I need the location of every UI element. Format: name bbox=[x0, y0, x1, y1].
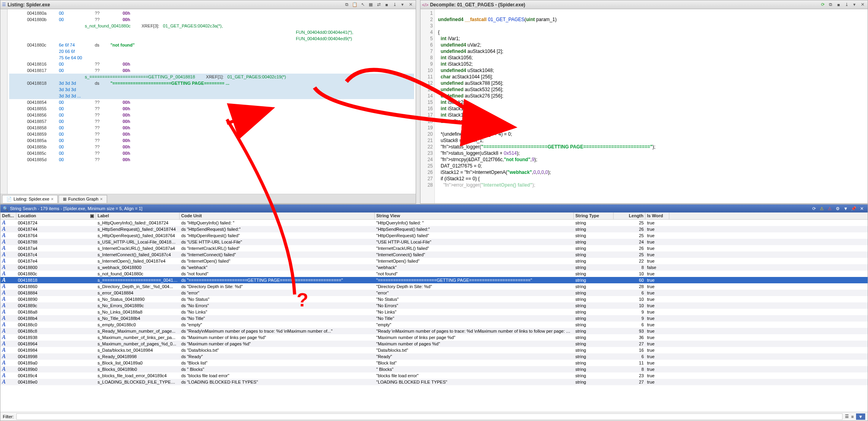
col-stringtype[interactable]: String Type bbox=[574, 212, 614, 219]
sort-icon: ▣ bbox=[90, 213, 94, 218]
tab-close-icon[interactable]: × bbox=[100, 197, 102, 201]
table-row[interactable]: A004188a8s_No_Links_004188a8ds "No Links… bbox=[0, 309, 868, 315]
settings-icon[interactable]: ⚙ bbox=[834, 205, 841, 212]
table-row[interactable]: A004188b4s_No_Title_004188b4ds "No Title… bbox=[0, 315, 868, 322]
col-isword[interactable]: Is Word bbox=[645, 212, 669, 219]
table-row[interactable]: A00418800s_webhack_00418800ds "webhack""… bbox=[0, 264, 868, 271]
col-location[interactable]: Location ▣ bbox=[16, 212, 96, 219]
col-length[interactable]: Length bbox=[614, 212, 645, 219]
listing-title: Listing: Spider.exe bbox=[8, 2, 343, 8]
paste-icon[interactable]: 📋 bbox=[351, 2, 358, 8]
decompile-code[interactable]: undefined4 __fastcall 01_GET_PAGES(uint … bbox=[435, 9, 868, 203]
col-label[interactable]: Label bbox=[96, 212, 180, 219]
decompile-icon: </> bbox=[422, 2, 428, 7]
table-row[interactable]: A004187e4s_InternetOpen()_failed_004187e… bbox=[0, 258, 868, 264]
table-row[interactable]: A00418938s_Maximum_number_of_links_per_p… bbox=[0, 334, 868, 341]
table-row[interactable]: A004189b0s_Blocks_004189b0ds " Blocks"" … bbox=[0, 366, 868, 372]
table-row[interactable]: A00418744s_HttpSendRequest()_failed:_004… bbox=[0, 226, 868, 232]
warn-icon[interactable]: ⚠ bbox=[818, 205, 825, 212]
col-codeunit[interactable]: Code Unit bbox=[180, 212, 375, 219]
refresh-icon[interactable]: ⟳ bbox=[819, 2, 826, 8]
table-row[interactable]: A00418884s_error_00418884ds "error""erro… bbox=[0, 290, 868, 296]
snapshot-icon[interactable]: ■ bbox=[383, 2, 390, 8]
pin-icon[interactable]: 📌 bbox=[850, 205, 857, 212]
tab-listing[interactable]: 📄 Listing: Spider.exe × bbox=[2, 195, 58, 203]
table-row[interactable]: A00418860s_Directory_Depth_in_Site:_%d_0… bbox=[0, 283, 868, 290]
table-row[interactable]: A0041889cs_No_Errors_0041889cds "No Erro… bbox=[0, 302, 868, 309]
minimize-icon[interactable]: ▾ bbox=[399, 2, 406, 8]
warn2-icon[interactable]: ⚠ bbox=[826, 205, 833, 212]
filter-settings-icon[interactable]: ☰ bbox=[845, 414, 849, 419]
col-stringview[interactable]: String View bbox=[375, 212, 574, 219]
table-row[interactable]: A00418818s_=======================_00418… bbox=[0, 277, 868, 283]
table-row[interactable]: A00418788s_USE_HTTP-URL_Local-File_00418… bbox=[0, 239, 868, 245]
string-search-panel: 🔍 String Search - 179 items - [Spider.ex… bbox=[0, 204, 868, 421]
table-row[interactable]: A004188c0s_empty_004188c0ds "empty""empt… bbox=[0, 322, 868, 328]
snapshot-icon[interactable]: ■ bbox=[835, 2, 842, 8]
listing-tabs: 📄 Listing: Spider.exe × ⊞ Function Graph… bbox=[0, 194, 416, 203]
col-defined[interactable]: Defi... bbox=[0, 212, 16, 219]
table-row[interactable]: A004187c4s_InternetConnect()_failed_0041… bbox=[0, 251, 868, 258]
close-icon[interactable]: ✕ bbox=[859, 2, 866, 8]
table-row[interactable]: A00418764s_HttpOpenRequest()_failed_0041… bbox=[0, 232, 868, 239]
cursor-icon[interactable]: ↖ bbox=[359, 2, 366, 8]
tab-doc-icon: 📄 bbox=[6, 197, 12, 202]
copy-icon[interactable]: ⧉ bbox=[343, 2, 350, 8]
close-icon[interactable]: ✕ bbox=[407, 2, 414, 8]
copy-icon[interactable]: ⧉ bbox=[827, 2, 834, 8]
filter-menu-icon[interactable]: ▼ bbox=[856, 413, 865, 420]
table-row[interactable]: A004189e0s_LOADING_BLOCKED_FILE_TYPES_0.… bbox=[0, 379, 868, 385]
listing-icon: ☰ bbox=[2, 2, 6, 7]
string-table-body[interactable]: A00418724s_HttpQueryInfo()_failed:_00418… bbox=[0, 220, 868, 412]
table-row[interactable]: A004189a0s_Block_list_004189a0ds "Block … bbox=[0, 360, 868, 366]
export-icon[interactable]: ⤓ bbox=[391, 2, 398, 8]
diff-icon[interactable]: ⇄ bbox=[375, 2, 382, 8]
filter-clear-icon[interactable]: ≡ bbox=[851, 414, 854, 419]
filter-label: Filter: bbox=[3, 414, 14, 419]
string-search-title: String Search - 179 items - [Spider.exe,… bbox=[10, 206, 810, 211]
search-icon: 🔍 bbox=[3, 206, 8, 211]
table-row[interactable]: A004189c4s_blocks_file_load_error_004189… bbox=[0, 372, 868, 379]
tab-function-graph[interactable]: ⊞ Function Graph × bbox=[59, 195, 107, 203]
table-row[interactable]: A00418890s_No_Status_00418890ds "No Stat… bbox=[0, 296, 868, 302]
listing-panel: ☰ Listing: Spider.exe ⧉ 📋 ↖ ▦ ⇄ ■ ⤓ ▾ ✕ … bbox=[0, 0, 416, 204]
export-icon[interactable]: ⤓ bbox=[843, 2, 850, 8]
minimize-icon[interactable]: ▾ bbox=[851, 2, 858, 8]
filter-input[interactable] bbox=[16, 413, 843, 420]
line-number-gutter: 1234567891011121314151617181920212223242… bbox=[420, 9, 435, 203]
table-row[interactable]: A004187a4s_InternetCrackURL()_failed_004… bbox=[0, 245, 868, 251]
filter-icon[interactable]: ▼ bbox=[842, 205, 849, 212]
table-row[interactable]: A004188c8s_Ready_Maximum_number_of_page.… bbox=[0, 328, 868, 334]
string-table-header[interactable]: Defi... Location ▣ Label Code Unit Strin… bbox=[0, 212, 868, 220]
table-row[interactable]: A00418998s_Ready_00418998ds "Ready""Read… bbox=[0, 353, 868, 360]
refresh-icon[interactable]: ⟳ bbox=[810, 205, 817, 212]
table-row[interactable]: A00418964s_Maximum_number_of_pages_%d_0.… bbox=[0, 341, 868, 347]
listing-content[interactable]: 0041880a00??00h0041880b00??00hs_not_foun… bbox=[8, 9, 416, 194]
listing-gutter bbox=[0, 9, 8, 194]
decompile-panel: </> Decompile: 01_GET_PAGES - (Spider.ex… bbox=[420, 0, 868, 204]
table-row[interactable]: A00418984s_Data/blocks.txt_00418984ds "D… bbox=[0, 347, 868, 353]
table-row[interactable]: A00418724s_HttpQueryInfo()_failed:_00418… bbox=[0, 220, 868, 226]
field-icon[interactable]: ▦ bbox=[367, 2, 374, 8]
graph-icon: ⊞ bbox=[63, 197, 66, 202]
table-row[interactable]: A0041880cs_not_found_0041880cds "not fou… bbox=[0, 271, 868, 277]
close-icon[interactable]: ✕ bbox=[858, 205, 865, 212]
tab-close-icon[interactable]: × bbox=[51, 197, 53, 201]
decompile-title: Decompile: 01_GET_PAGES - (Spider.exe) bbox=[430, 2, 819, 8]
